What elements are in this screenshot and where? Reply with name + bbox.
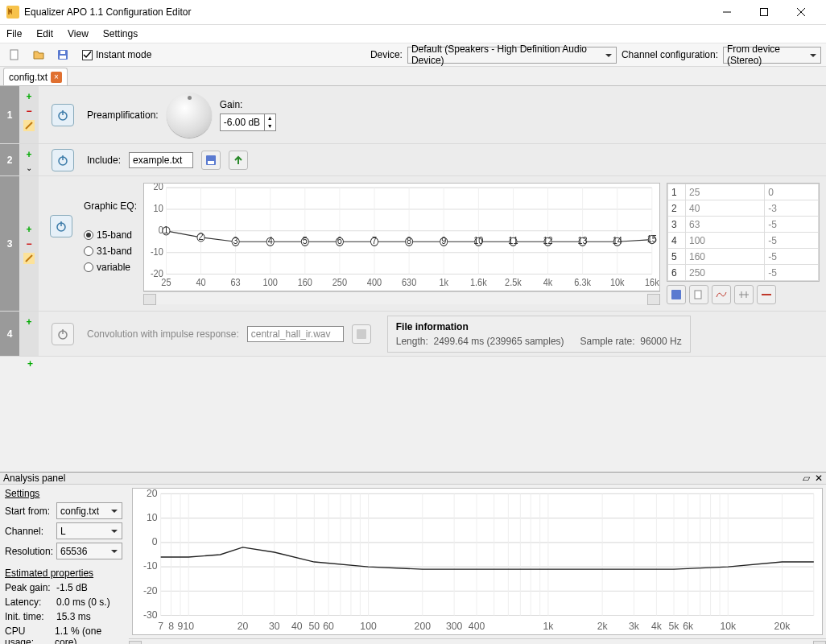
add-icon[interactable]: +	[26, 91, 31, 102]
svg-text:2: 2	[199, 230, 204, 242]
menu-bar: File Edit View Settings	[0, 25, 826, 43]
open-file-button[interactable]	[29, 45, 48, 64]
power-button[interactable]	[50, 215, 72, 237]
analysis-chart[interactable]: 20100-10-20-3078910203040506010020030040…	[132, 488, 823, 635]
menu-edit[interactable]: Edit	[36, 28, 53, 39]
power-button-off[interactable]	[52, 323, 74, 345]
include-file-field[interactable]: example.txt	[129, 152, 193, 168]
conv-label: Convolution with impulse response:	[87, 328, 239, 340]
eq-invert-button[interactable]	[712, 285, 731, 304]
menu-file[interactable]: File	[6, 28, 22, 39]
svg-rect-2	[10, 50, 18, 60]
menu-view[interactable]: View	[68, 28, 89, 39]
save-file-button[interactable]	[53, 45, 72, 64]
device-select[interactable]: Default (Speakers - High Definition Audi…	[407, 47, 617, 64]
channel-config-select[interactable]: From device (Stereo)	[723, 47, 821, 64]
svg-text:2k: 2k	[597, 620, 609, 631]
radio-15band[interactable]: 15-band	[84, 229, 132, 241]
add-icon[interactable]: +	[26, 224, 31, 235]
svg-text:-20: -20	[143, 584, 158, 596]
edit-icon[interactable]	[23, 253, 35, 264]
add-icon[interactable]: +	[27, 358, 33, 369]
start-from-select[interactable]: config.txt	[56, 502, 122, 519]
eq-normalize-button[interactable]	[734, 285, 754, 304]
eq-copy-button[interactable]	[689, 285, 708, 304]
row-number: 2	[0, 144, 19, 175]
svg-rect-86	[671, 290, 681, 299]
tab-close-icon[interactable]: ×	[51, 72, 62, 83]
maximize-button[interactable]	[745, 0, 783, 24]
analysis-settings: Settings Start from:config.txt Channel:L…	[0, 485, 129, 644]
svg-text:400: 400	[367, 276, 382, 287]
minimize-button[interactable]	[708, 0, 745, 24]
row-controls: +	[19, 312, 39, 356]
spin-up-icon[interactable]: ▲	[265, 114, 275, 122]
tab-config[interactable]: config.txt ×	[3, 68, 68, 85]
svg-text:4: 4	[268, 235, 274, 246]
svg-text:10: 10	[147, 512, 158, 523]
remove-icon[interactable]: −	[26, 238, 31, 250]
close-button[interactable]	[783, 0, 820, 24]
browse-button[interactable]	[201, 151, 221, 170]
svg-text:11: 11	[508, 235, 518, 246]
svg-text:160: 160	[298, 276, 313, 287]
analysis-scrollbar[interactable]	[129, 638, 826, 644]
svg-text:30: 30	[269, 620, 280, 631]
add-icon[interactable]: +	[26, 316, 31, 328]
analysis-panel: Analysis panel ▱ ✕ Settings Start from:c…	[0, 472, 826, 644]
svg-text:4k: 4k	[543, 276, 553, 287]
svg-text:50: 50	[309, 620, 320, 631]
row-controls: + −	[19, 176, 39, 311]
row-number: 3	[0, 176, 19, 311]
svg-text:15: 15	[647, 233, 657, 244]
svg-text:3k: 3k	[629, 620, 640, 631]
radio-31band[interactable]: 31-band	[84, 246, 132, 257]
filter-row-eq: 3 + − Graphic EQ: 15-band 31-band variab…	[0, 176, 826, 312]
eq-chart[interactable]: 20100-10-202540631001602504006301k1.6k2.…	[143, 183, 660, 291]
eq-scrollbar[interactable]	[143, 291, 660, 304]
app-icon	[6, 6, 19, 19]
svg-text:1k: 1k	[543, 620, 554, 631]
svg-text:630: 630	[402, 276, 417, 287]
file-information-box: File information Length: 2499.64 ms (239…	[387, 316, 691, 353]
row-controls: + −	[19, 86, 39, 143]
conv-browse-button[interactable]	[352, 324, 371, 344]
filter-list: 1 + − Preamplification: Gain: -6.00 dB ▲…	[0, 86, 826, 472]
power-button[interactable]	[52, 149, 74, 171]
undock-icon[interactable]: ▱	[803, 473, 810, 484]
eq-reset-button[interactable]	[757, 285, 776, 304]
conv-file-field[interactable]: central_hall_ir.wav	[247, 326, 344, 342]
svg-text:25: 25	[161, 276, 171, 287]
svg-text:20k: 20k	[774, 620, 791, 631]
panel-close-icon[interactable]: ✕	[815, 473, 823, 484]
eq-save-button[interactable]	[667, 285, 686, 304]
gain-field[interactable]: -6.00 dB ▲▼	[220, 114, 276, 131]
title-bar: Equalizer APO 1.1 Configuration Editor	[0, 0, 826, 25]
spin-down-icon[interactable]: ▼	[265, 122, 275, 130]
edit-icon[interactable]	[23, 120, 35, 131]
svg-text:9: 9	[441, 235, 446, 246]
remove-icon[interactable]: −	[26, 105, 31, 117]
svg-text:300: 300	[446, 620, 462, 631]
new-file-button[interactable]	[5, 45, 24, 64]
svg-text:12: 12	[543, 235, 552, 246]
expand-icon[interactable]: ⌄	[26, 163, 32, 172]
svg-text:10k: 10k	[610, 276, 625, 287]
go-button[interactable]	[229, 151, 248, 170]
channel-select[interactable]: L	[56, 522, 122, 539]
power-button[interactable]	[52, 104, 74, 126]
resolution-select[interactable]: 65536	[56, 543, 122, 559]
radio-variable[interactable]: variable	[84, 262, 130, 273]
svg-text:10: 10	[473, 235, 484, 246]
row-number: 4	[0, 312, 19, 356]
gain-knob[interactable]	[167, 93, 212, 138]
svg-text:14: 14	[613, 235, 623, 246]
eq-data-grid[interactable]: 1250240-3363-54100-55160-56250-5	[667, 183, 820, 282]
svg-text:16k: 16k	[645, 276, 659, 287]
svg-rect-90	[357, 329, 366, 339]
menu-settings[interactable]: Settings	[103, 28, 138, 39]
add-icon[interactable]: +	[26, 149, 31, 160]
toolbar: Instant mode Device: Default (Speakers -…	[0, 43, 826, 67]
instant-mode-checkbox[interactable]: Instant mode	[82, 49, 151, 60]
svg-text:10k: 10k	[720, 620, 736, 631]
